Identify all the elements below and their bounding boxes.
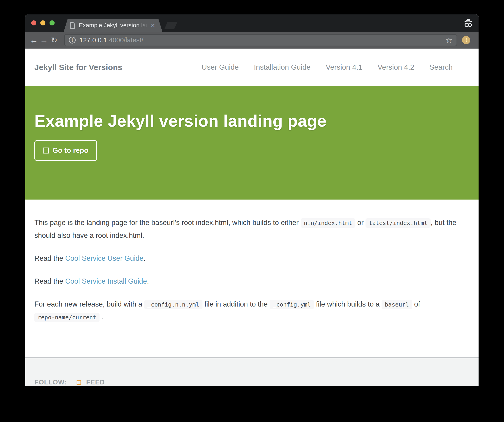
site-header: Jekyll Site for Versions User Guide Inst… bbox=[25, 49, 479, 86]
profile-badge[interactable]: ! bbox=[462, 36, 470, 44]
desktop-background: Example Jekyll version landing × ← → ↻ bbox=[0, 0, 504, 422]
site-info-icon[interactable]: i bbox=[69, 37, 76, 44]
text-run: This page is the landing page for the ba… bbox=[34, 219, 301, 227]
text-run: file which builds to a bbox=[314, 300, 382, 308]
text-run: file in addition to the bbox=[203, 300, 270, 308]
browser-toolbar: ← → ↻ i 127.0.0.1:4000/latest/ ☆ ! bbox=[25, 32, 479, 49]
inline-code: baseurl bbox=[382, 300, 412, 309]
text-run: For each new release, build with a bbox=[34, 300, 144, 308]
follow-label: FOLLOW: bbox=[34, 378, 67, 386]
tab-title: Example Jekyll version landing bbox=[79, 22, 148, 29]
inline-code: _config.n.n.yml bbox=[144, 300, 203, 309]
site-footer: FOLLOW: FEED bbox=[25, 358, 479, 386]
inline-code: latest/index.html bbox=[366, 218, 431, 228]
address-bar[interactable]: i 127.0.0.1:4000/latest/ ☆ bbox=[64, 34, 457, 46]
text-run: . bbox=[147, 277, 149, 285]
url-path: :4000/latest/ bbox=[107, 36, 143, 44]
site-brand[interactable]: Jekyll Site for Versions bbox=[34, 63, 122, 72]
tab-close-icon[interactable]: × bbox=[151, 22, 155, 29]
nav-item-user-guide[interactable]: User Guide bbox=[202, 63, 239, 71]
paragraph: For each new release, build with a _conf… bbox=[34, 298, 469, 324]
back-button[interactable]: ← bbox=[29, 36, 39, 44]
content-link[interactable]: Cool Service Install Guide bbox=[65, 277, 147, 285]
text-run: Read the bbox=[34, 277, 65, 285]
site-nav: User Guide Installation Guide Version 4.… bbox=[202, 63, 453, 71]
feed-icon bbox=[77, 380, 81, 385]
page-favicon-icon bbox=[70, 22, 75, 29]
minimize-window-button[interactable] bbox=[40, 20, 45, 25]
browser-tab[interactable]: Example Jekyll version landing × bbox=[64, 19, 162, 32]
zoom-window-button[interactable] bbox=[49, 20, 54, 25]
inline-code: _config.yml bbox=[270, 300, 314, 309]
close-window-button[interactable] bbox=[31, 20, 36, 25]
window-controls bbox=[31, 20, 54, 25]
nav-item-search[interactable]: Search bbox=[429, 63, 453, 71]
inline-code: n.n/index.html bbox=[301, 218, 355, 228]
browser-window: Example Jekyll version landing × ← → ↻ bbox=[25, 14, 479, 386]
nav-item-version-4-2[interactable]: Version 4.2 bbox=[378, 63, 414, 71]
page-viewport: Jekyll Site for Versions User Guide Inst… bbox=[25, 49, 479, 386]
content-link[interactable]: Cool Service User Guide bbox=[65, 254, 143, 262]
feed-link[interactable]: FEED bbox=[86, 378, 105, 386]
bookmark-star-icon[interactable]: ☆ bbox=[445, 36, 452, 44]
go-to-repo-label: Go to repo bbox=[53, 147, 89, 155]
text-run: of bbox=[412, 300, 420, 308]
page-title: Example Jekyll version landing page bbox=[34, 111, 469, 131]
repo-icon bbox=[43, 147, 49, 153]
go-to-repo-button[interactable]: Go to repo bbox=[34, 140, 97, 161]
nav-item-version-4-1[interactable]: Version 4.1 bbox=[326, 63, 362, 71]
text-run: or bbox=[355, 219, 366, 227]
paragraph: Read the Cool Service Install Guide. bbox=[34, 275, 469, 287]
forward-button[interactable]: → bbox=[39, 36, 49, 44]
new-tab-button[interactable] bbox=[164, 22, 177, 29]
paragraph: Read the Cool Service User Guide. bbox=[34, 252, 469, 265]
reload-button[interactable]: ↻ bbox=[49, 36, 59, 44]
text-run: . bbox=[144, 254, 146, 262]
url-text[interactable]: 127.0.0.1:4000/latest/ bbox=[79, 36, 445, 44]
nav-item-installation-guide[interactable]: Installation Guide bbox=[254, 63, 311, 71]
inline-code: repo-name/current bbox=[34, 313, 100, 322]
paragraph: This page is the landing page for the ba… bbox=[34, 217, 469, 242]
text-run: Read the bbox=[34, 254, 65, 262]
incognito-icon bbox=[463, 18, 474, 29]
hero-banner: Example Jekyll version landing page Go t… bbox=[25, 86, 479, 199]
text-run: . bbox=[100, 313, 103, 321]
url-host: 127.0.0.1 bbox=[79, 36, 107, 44]
tab-strip: Example Jekyll version landing × bbox=[25, 14, 479, 32]
main-content: This page is the landing page for the ba… bbox=[25, 199, 479, 358]
